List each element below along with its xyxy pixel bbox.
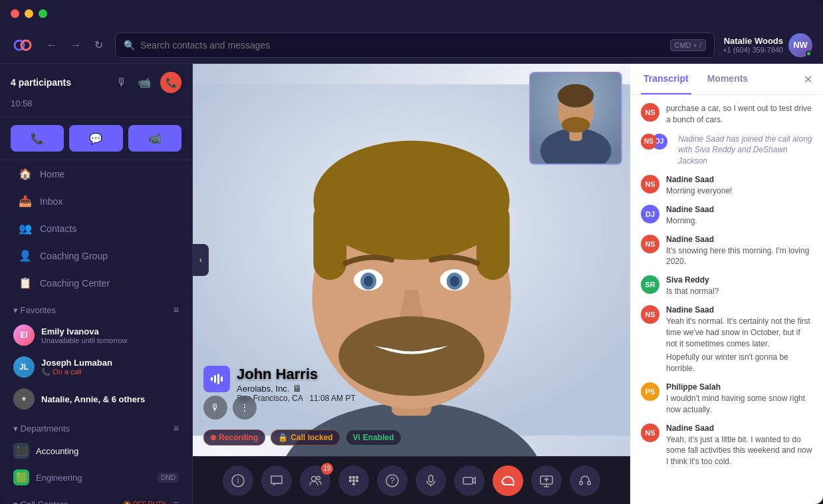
svg-point-21 xyxy=(558,84,594,108)
avatar[interactable]: NW xyxy=(788,33,812,57)
chat-action-button[interactable]: 💬 xyxy=(69,125,122,152)
dept-engineering[interactable]: 🟩 Engineering DND xyxy=(0,464,192,491)
call-centers-edit-icon[interactable]: ≡ xyxy=(174,499,179,504)
call-centers-section-header: ▾ Call Centers 🔕 OFF DUTY ≡ xyxy=(0,491,192,504)
message-avatar: DJ xyxy=(641,205,659,223)
user-info: Natalie Woods +1 (604) 359-7840 NW xyxy=(723,33,812,57)
more-options-button[interactable]: ⋮ xyxy=(233,396,257,420)
message-content: purchase a car, so I went out to test dr… xyxy=(666,103,812,126)
call-centers-label: ▾ Call Centers xyxy=(13,499,68,505)
contact-joseph[interactable]: JL Joseph Lumaban 📞 On a call xyxy=(0,351,192,383)
message-avatar: PS xyxy=(641,382,659,401)
caller-company: Aerolabs, Inc. 🖥 xyxy=(237,383,356,394)
end-call-button[interactable]: 📞 xyxy=(160,72,181,93)
contact-emily[interactable]: EI Emily Ivanova Unavailable until tomor… xyxy=(0,319,192,351)
participants-button[interactable]: 19 xyxy=(300,465,330,496)
video-toggle-button[interactable]: 📹 xyxy=(136,75,152,90)
svg-point-30 xyxy=(317,476,320,479)
sidebar-item-label: Home xyxy=(40,169,64,180)
recording-label: Recording xyxy=(219,433,258,442)
dept-icon: ⬛ xyxy=(13,443,29,459)
chat-button[interactable] xyxy=(261,465,292,496)
message-avatar: NS xyxy=(641,134,657,150)
dialpad-button[interactable] xyxy=(338,465,369,496)
departments-edit-icon[interactable]: ≡ xyxy=(174,423,179,434)
help-button[interactable]: ? xyxy=(377,465,408,496)
svg-rect-31 xyxy=(349,476,352,479)
info-button[interactable]: i xyxy=(223,465,253,496)
video-action-button[interactable]: 📹 xyxy=(128,125,181,152)
header: ← → ↻ 🔍 CMD + / Natalie Woods +1 (604) 3… xyxy=(0,27,823,64)
message-text: It's snowing here this morning. I'm lovi… xyxy=(666,245,812,268)
search-shortcut: CMD + / xyxy=(670,39,707,51)
contacts-icon: 👥 xyxy=(19,222,32,235)
message-content: Nadine Saad It's snowing here this morni… xyxy=(666,235,812,268)
message-content: Nadine Saad has joined the call along wi… xyxy=(678,134,812,167)
camera-button[interactable] xyxy=(454,465,485,496)
favorites-edit-icon[interactable]: ≡ xyxy=(174,305,179,315)
sidebar-item-home[interactable]: 🏠 Home xyxy=(5,161,187,187)
sidebar: 4 participants 🎙 📹 📞 10:58 📞 💬 📹 🏠 Home … xyxy=(0,64,193,504)
main-layout: 4 participants 🎙 📹 📞 10:58 📞 💬 📹 🏠 Home … xyxy=(0,64,823,504)
sidebar-item-coaching-group[interactable]: 👤 Coaching Group xyxy=(5,243,187,269)
microphone-button[interactable] xyxy=(415,465,446,496)
refresh-button[interactable]: ↻ xyxy=(90,36,107,54)
headset-button[interactable] xyxy=(570,465,600,496)
tab-transcript[interactable]: Transcript xyxy=(641,64,691,94)
svg-point-29 xyxy=(312,476,316,481)
message-avatar: NS xyxy=(641,103,659,122)
departments-label: ▾ Departments xyxy=(13,424,70,434)
message-content: Nadine Saad Yeah it's normal. It's certa… xyxy=(666,305,812,374)
message-text: Morning. xyxy=(666,215,812,227)
transcript-message: NS Nadine Saad It's snowing here this mo… xyxy=(641,235,812,268)
sidebar-item-contacts[interactable]: 👥 Contacts xyxy=(5,215,187,241)
message-text: Is that normal? xyxy=(666,286,812,297)
recording-badge: Recording xyxy=(203,430,265,445)
message-avatar: NS xyxy=(641,175,659,193)
svg-rect-47 xyxy=(580,481,582,485)
svg-rect-8 xyxy=(477,200,510,280)
close-button[interactable] xyxy=(11,9,19,18)
back-button[interactable]: ← xyxy=(43,37,61,54)
svg-point-11 xyxy=(364,276,373,287)
vi-enabled-badge: Vi Enabled xyxy=(346,430,402,445)
call-header: 4 participants 🎙 📹 📞 10:58 xyxy=(0,64,192,117)
svg-text:i: i xyxy=(237,476,239,485)
call-locked-badge: 🔒 Call locked xyxy=(271,430,340,445)
svg-rect-32 xyxy=(352,476,355,479)
participants-count: 4 participants xyxy=(11,77,71,88)
end-call-button[interactable] xyxy=(493,465,523,496)
message-content: Nadine Saad Morning everyone! xyxy=(666,175,812,197)
locked-label: Call locked xyxy=(291,433,332,442)
contact-name: Emily Ivanova xyxy=(41,326,179,336)
dept-accounting[interactable]: ⬛ Accounting xyxy=(0,438,192,464)
contact-group[interactable]: + Natalie, Annie, & 6 others xyxy=(0,383,192,415)
video-area: ‹ John Harris Aerolabs, xyxy=(193,64,630,504)
message-sender: Nadine Saad xyxy=(666,235,812,244)
mute-button[interactable]: 🎙 xyxy=(115,75,128,90)
message-avatar: NS xyxy=(641,424,659,442)
maximize-button[interactable] xyxy=(39,9,47,18)
sidebar-item-inbox[interactable]: 📥 Inbox xyxy=(5,188,187,214)
mic-overlay-button[interactable]: 🎙 xyxy=(203,396,227,420)
forward-button[interactable]: → xyxy=(66,37,85,54)
message-avatar: NS xyxy=(641,235,659,253)
sidebar-item-coaching-center[interactable]: 📋 Coaching Center xyxy=(5,270,187,296)
svg-point-16 xyxy=(358,323,465,350)
action-buttons: 📞 💬 📹 xyxy=(0,117,192,160)
svg-rect-35 xyxy=(352,479,355,482)
contact-avatar: + xyxy=(13,388,35,410)
search-input[interactable] xyxy=(140,40,665,51)
minimize-button[interactable] xyxy=(25,9,33,18)
sidebar-collapse-button[interactable]: ‹ xyxy=(193,244,209,276)
dnd-badge: DND xyxy=(158,473,179,483)
phone-action-button[interactable]: 📞 xyxy=(11,125,64,152)
search-bar[interactable]: 🔍 CMD + / xyxy=(115,33,715,58)
message-sender: Nadine Saad xyxy=(666,424,812,433)
close-transcript-button[interactable]: ✕ xyxy=(804,73,812,86)
screen-share-button[interactable] xyxy=(531,465,562,496)
svg-rect-40 xyxy=(429,475,433,482)
tab-moments[interactable]: Moments xyxy=(705,64,751,94)
online-indicator xyxy=(806,51,812,57)
contact-name: Joseph Lumaban xyxy=(41,358,179,368)
